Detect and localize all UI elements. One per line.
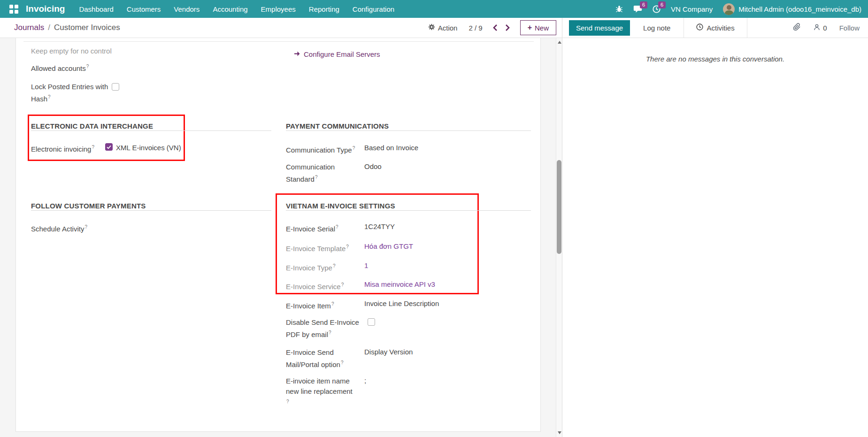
configure-email-servers-link[interactable]: Configure Email Servers (294, 50, 380, 58)
nav-item-employees[interactable]: Employees (261, 5, 296, 13)
einvoice-serial-row: E-Invoice Serial? 1C24TYY (286, 222, 395, 234)
einvoice-service-label: E-Invoice Service? (286, 280, 364, 292)
help-marker: ? (353, 146, 355, 151)
lock-posted-entries-label: Lock Posted Entries with Hash? (31, 82, 114, 104)
communication-standard-row: Communication Standard? Odoo (286, 162, 382, 184)
einvoice-serial-value: 1C24TYY (364, 222, 395, 231)
log-note-tab[interactable]: Log note (643, 24, 670, 32)
top-navbar: Invoicing Dashboard Customers Vendors Ac… (0, 0, 868, 18)
activities-tab-label: Activities (707, 24, 734, 32)
help-marker: ? (286, 397, 364, 407)
new-button-label: New (535, 24, 549, 32)
user-menu[interactable]: Mitchell Admin (odoo16_meinvoice_db) (723, 3, 861, 15)
disable-send-pdf-row: Disable Send E-Invoice PDF by email? (286, 317, 375, 340)
apps-menu-icon[interactable] (9, 5, 18, 14)
send-message-button[interactable]: Send message (569, 20, 630, 36)
nav-item-reporting[interactable]: Reporting (309, 5, 339, 13)
help-marker: ? (86, 64, 89, 69)
section-underline (31, 210, 271, 211)
scrollbar-thumb[interactable] (557, 160, 561, 254)
activities-tab[interactable]: Activities (696, 23, 734, 32)
control-panel: Journals / Customer Invoices Action 2 / … (0, 18, 562, 38)
einvoice-template-label: E-Invoice Template? (286, 242, 364, 254)
app-name[interactable]: Invoicing (26, 4, 65, 14)
edi-section-title: ELECTRONIC DATA INTERCHANGE (31, 122, 153, 130)
divider (747, 18, 747, 38)
help-marker: ? (346, 244, 349, 249)
pager-next-icon[interactable] (505, 24, 510, 31)
followers-button[interactable]: 0 (813, 23, 827, 32)
allowed-accounts-label: Allowed accounts? (31, 61, 89, 74)
help-marker: ? (329, 330, 331, 335)
help-marker: ? (331, 301, 334, 307)
lock-posted-entries-checkbox[interactable] (112, 83, 119, 91)
action-label: Action (438, 24, 458, 32)
company-switcher[interactable]: VN Company (671, 5, 713, 13)
disable-send-pdf-checkbox[interactable] (368, 318, 375, 326)
activities-clock-icon[interactable]: 6 (653, 5, 661, 13)
breadcrumb: Journals / Customer Invoices (14, 23, 120, 32)
form-sheet: Keep empty for no control Allowed accoun… (15, 38, 541, 432)
communication-type-row: Communication Type? Based on Invoice (286, 143, 418, 155)
item-name-replacement-value: ; (364, 376, 366, 385)
nav-item-vendors[interactable]: Vendors (174, 5, 200, 13)
help-marker: ? (336, 224, 338, 230)
section-underline (286, 210, 531, 211)
attachment-paperclip-icon[interactable] (793, 23, 801, 32)
messages-icon[interactable]: 6 (633, 5, 642, 13)
einvoice-item-label: E-Invoice Item? (286, 299, 364, 311)
pager-value[interactable]: 2 / 9 (469, 24, 482, 32)
nav-item-customers[interactable]: Customers (127, 5, 161, 13)
odoo-window: Invoicing Dashboard Customers Vendors Ac… (0, 0, 868, 437)
help-marker: ? (341, 360, 344, 365)
user-name: Mitchell Admin (odoo16_meinvoice_db) (738, 5, 861, 13)
einvoice-type-row: E-Invoice Type? 1 (286, 261, 368, 273)
pager-previous-icon[interactable] (493, 24, 498, 31)
xml-einvoices-label: XML E-invoices (VN) (116, 143, 181, 153)
electronic-invoicing-label: Electronic invoicing? (31, 142, 94, 154)
gear-icon (428, 23, 435, 32)
einvoice-type-label: E-Invoice Type? (286, 261, 364, 273)
plus-icon: + (528, 23, 532, 32)
scrollbar-down-arrow[interactable] (558, 431, 561, 434)
vietnam-section-title: VIETNAM E-INVOICE SETTINGS (286, 202, 395, 210)
user-avatar (723, 3, 735, 15)
arrow-right-icon (294, 50, 300, 58)
item-name-replacement-row: E-invoice item name new line replacement… (286, 376, 366, 407)
scrollbar-up-arrow[interactable] (558, 41, 561, 44)
xml-einvoices-checkbox[interactable] (105, 143, 113, 151)
einvoice-template-value[interactable]: Hóa đơn GTGT (364, 242, 413, 251)
einvoice-template-row: E-Invoice Template? Hóa đơn GTGT (286, 242, 413, 254)
new-button[interactable]: + New (520, 20, 556, 35)
debug-bug-icon[interactable] (615, 5, 623, 13)
help-marker: ? (333, 263, 336, 268)
einvoice-service-value[interactable]: Misa meinvoice API v3 (364, 280, 435, 289)
main-content: Keep empty for no control Allowed accoun… (0, 38, 562, 437)
person-icon (813, 23, 821, 32)
disable-send-pdf-label: Disable Send E-Invoice PDF by email? (286, 317, 364, 340)
chatter-toolbar: Send message Log note Activities 0 Follo… (562, 18, 868, 38)
keep-empty-help-text: Keep empty for no control (31, 47, 112, 55)
communication-type-value: Based on Invoice (364, 143, 418, 153)
action-menu-button[interactable]: Action (428, 23, 458, 32)
vertical-scrollbar[interactable] (556, 38, 562, 437)
help-marker: ? (48, 94, 51, 100)
follow-button[interactable]: Follow (839, 24, 860, 32)
nav-item-dashboard[interactable]: Dashboard (79, 5, 113, 13)
breadcrumb-current: Customer Invoices (54, 23, 120, 32)
help-marker: ? (92, 145, 94, 150)
nav-item-configuration[interactable]: Configuration (353, 5, 394, 13)
messages-badge: 6 (640, 1, 647, 8)
einvoice-serial-label: E-Invoice Serial? (286, 222, 364, 234)
communication-standard-value: Odoo (364, 162, 382, 171)
schedule-activity-label: Schedule Activity? (31, 222, 87, 234)
nav-item-accounting[interactable]: Accounting (213, 5, 247, 13)
configure-email-servers-label: Configure Email Servers (304, 50, 380, 58)
einvoice-service-row: E-Invoice Service? Misa meinvoice API v3 (286, 280, 435, 292)
breadcrumb-journals[interactable]: Journals (14, 23, 44, 32)
clock-icon (696, 23, 703, 32)
communication-type-label: Communication Type? (286, 143, 364, 155)
einvoice-type-value[interactable]: 1 (364, 261, 368, 270)
section-divider (23, 41, 534, 42)
help-marker: ? (315, 175, 318, 180)
